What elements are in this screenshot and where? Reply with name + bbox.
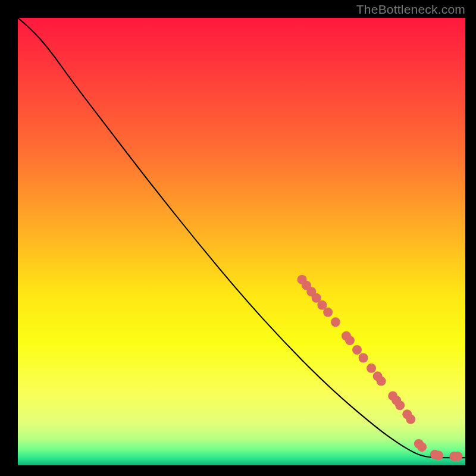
- chart-frame: TheBottleneck.com: [0, 0, 476, 476]
- chart-marker: [434, 450, 443, 460]
- chart-svg: [18, 18, 465, 465]
- watermark-text: TheBottleneck.com: [356, 2, 465, 17]
- chart-marker: [395, 400, 405, 410]
- chart-marker: [417, 442, 427, 452]
- chart-marker: [377, 377, 386, 386]
- chart-marker: [453, 452, 462, 461]
- chart-marker: [331, 317, 340, 327]
- chart-marker: [367, 364, 376, 373]
- chart-marker: [406, 415, 415, 424]
- chart-marker: [359, 353, 368, 363]
- chart-marker: [352, 345, 362, 355]
- chart-marker: [345, 336, 355, 345]
- chart-plot-area: [18, 18, 465, 465]
- chart-marker: [323, 308, 333, 317]
